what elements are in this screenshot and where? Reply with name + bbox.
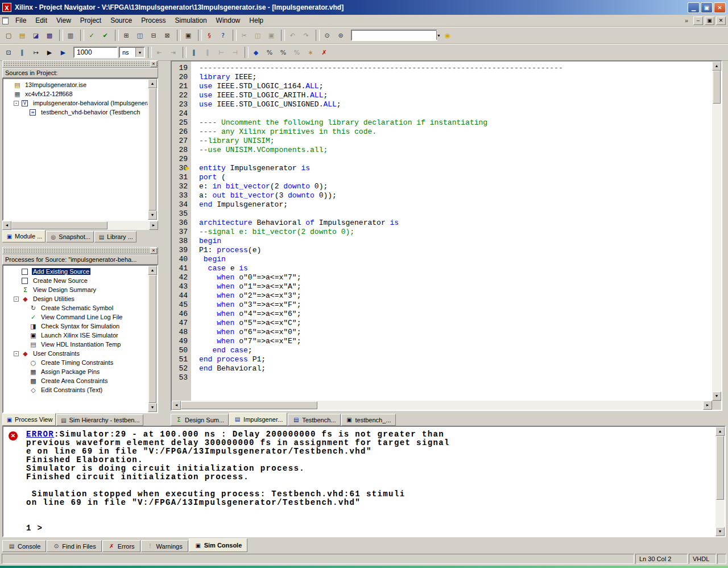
menu-view[interactable]: View <box>52 15 76 26</box>
scroll-thumb[interactable] <box>716 436 724 500</box>
code-text[interactable]: when o"4"=>a<=x"6"; <box>191 310 301 319</box>
code-text[interactable]: when o"7"=>a<=x"E"; <box>191 337 301 346</box>
tab-sim-hierarchy[interactable]: ▤Sim Hierarchy - testben... <box>56 414 143 426</box>
tab-console[interactable]: ▤Console <box>2 540 46 552</box>
close-simulation-button[interactable]: ✗ <box>318 46 332 59</box>
undo-button[interactable]: ↶ <box>287 29 300 42</box>
process-view-hdl-instantiation[interactable]: ▤View HDL Instantiation Temp <box>3 340 148 349</box>
code-text[interactable]: begin <box>191 255 226 264</box>
code-text[interactable]: when o"5"=>a<=x"C"; <box>191 319 301 328</box>
tab-testbench[interactable]: ▤Testbench... <box>288 414 340 426</box>
chevron-down-icon[interactable]: ▼ <box>135 48 144 57</box>
code-text[interactable]: when o"2"=>a<=x"3"; <box>191 291 301 301</box>
code-area[interactable]: 19--------------------------------------… <box>172 61 712 401</box>
scroll-down-button[interactable]: ▼ <box>712 392 721 401</box>
run-for-time-button[interactable]: ▶ <box>57 46 71 59</box>
code-text[interactable]: library IEEE; <box>191 73 257 82</box>
scroll-down-button[interactable]: ▼ <box>148 211 157 220</box>
process-add-existing-source[interactable]: Add Existing Source <box>3 267 148 276</box>
redo-button[interactable]: ↷ <box>300 29 314 42</box>
child-restore-button[interactable]: ▣ <box>705 17 714 25</box>
child-close-button[interactable]: ✕ <box>716 17 726 25</box>
find-in-files-button[interactable]: ⊚ <box>335 29 349 42</box>
pause-simulation-button[interactable]: ∥ <box>16 46 30 59</box>
menu-help[interactable]: Help <box>245 15 268 26</box>
lightbulb-button[interactable]: ◉ <box>442 29 456 42</box>
scroll-track[interactable] <box>181 401 703 410</box>
code-text[interactable]: --use UNISIM.VComponents.all; <box>191 146 328 155</box>
menu-source[interactable]: Source <box>106 15 136 26</box>
code-text[interactable] <box>191 155 199 164</box>
title-bar[interactable]: X Xilinx - Project Navigator - V:\FPGA\1… <box>0 0 728 15</box>
sim-time-input[interactable] <box>73 47 118 58</box>
menu-process[interactable]: Process <box>136 15 170 26</box>
chevron-down-icon[interactable]: ▼ <box>436 31 441 40</box>
document-icon[interactable] <box>2 17 9 24</box>
scroll-track[interactable] <box>148 275 157 403</box>
tree-expander[interactable]: - <box>14 101 19 106</box>
code-text[interactable]: architecture Behavioral of Impulsgenerat… <box>191 219 399 228</box>
code-text[interactable]: case e is <box>191 264 248 273</box>
sources-panel-grip[interactable]: × <box>2 60 158 68</box>
process-user-constraints[interactable]: -◆User Constraints <box>3 349 148 358</box>
project-properties-button[interactable]: ✓ <box>86 29 100 42</box>
zoom-out-percent-button[interactable]: % <box>264 46 278 59</box>
resize-grip[interactable] <box>717 554 726 564</box>
tab-sim-console[interactable]: ▣Sim Console <box>189 538 248 552</box>
console-output[interactable]: ✕ ERROR:Simulator:29 - at 100.000 ns : D… <box>3 427 715 536</box>
scroll-thumb[interactable] <box>11 221 107 229</box>
next-transition-button[interactable]: ⊣ <box>229 46 243 59</box>
code-text[interactable]: use IEEE.STD_LOGIC_UNSIGNED.ALL; <box>191 100 341 109</box>
scroll-up-button[interactable]: ▲ <box>148 79 157 88</box>
sim-time-unit-select[interactable]: ns ▼ <box>119 47 145 58</box>
scroll-track[interactable] <box>148 88 157 211</box>
print-button[interactable]: ▥ <box>65 29 78 42</box>
menu-simulation[interactable]: Simulation <box>171 15 212 26</box>
processes-panel-grip[interactable]: × <box>2 247 158 254</box>
code-text[interactable]: a: out bit_vector(3 downto 0)); <box>191 191 337 200</box>
code-text[interactable]: P1: process(e) <box>191 246 261 255</box>
scroll-left-button[interactable]: ◄ <box>2 221 11 230</box>
editor-window-button[interactable]: ▣ <box>183 29 196 42</box>
source-testbench[interactable]: ≡testbench_vhd-behavior (Testbench <box>3 108 148 117</box>
sources-panel-close-button[interactable]: × <box>150 61 157 67</box>
code-text[interactable] <box>191 109 199 118</box>
pan-hand-button[interactable]: ∗ <box>305 46 318 59</box>
panel-splitter[interactable] <box>158 60 160 426</box>
process-design-utilities[interactable]: -◆Design Utilities <box>3 294 148 303</box>
code-text[interactable]: entity Impulsgenerator is <box>191 164 310 173</box>
source-project-file[interactable]: ▤13Impulsgenerator.ise <box>3 80 148 89</box>
open-file-button[interactable]: ▤ <box>16 29 30 42</box>
tab-impulsgenerator[interactable]: ▤Impulsgener... <box>229 413 287 426</box>
restore-button[interactable]: ▣ <box>701 2 713 13</box>
editor-vscrollbar[interactable]: ▲ ▼ <box>712 61 721 401</box>
save-all-button[interactable]: ▩ <box>44 29 57 42</box>
sources-vscrollbar[interactable]: ▲ ▼ <box>148 79 157 220</box>
code-text[interactable]: end process P1; <box>191 355 266 364</box>
scroll-track[interactable] <box>715 436 725 527</box>
add-marker-button[interactable]: ∥ <box>188 46 202 59</box>
code-text[interactable] <box>191 373 199 382</box>
restart-simulation-button[interactable]: ⊡ <box>3 46 16 59</box>
menu-file[interactable]: File <box>11 15 31 26</box>
scroll-right-button[interactable]: ► <box>149 221 158 230</box>
scroll-track[interactable] <box>712 71 721 392</box>
tab-process-view[interactable]: ▣Process View <box>2 413 56 426</box>
process-edit-constraints-text[interactable]: ◇Edit Constraints (Text) <box>3 385 148 394</box>
scroll-thumb[interactable] <box>713 71 721 104</box>
code-text[interactable]: when o"6"=>a<=x"0"; <box>191 328 301 337</box>
scroll-left-button[interactable]: ◄ <box>172 401 181 410</box>
console-vscrollbar[interactable]: ▲ ▼ <box>715 427 725 536</box>
process-launch-ise-simulator[interactable]: ▣Launch Xilinx ISE Simulator <box>3 331 148 340</box>
goto-previous-event-button[interactable]: ⇤ <box>154 46 167 59</box>
code-text[interactable]: begin <box>191 237 221 246</box>
code-text[interactable]: end case; <box>191 346 253 355</box>
scroll-thumb[interactable] <box>181 401 317 409</box>
code-text[interactable]: ---- Uncomment the following library dec… <box>191 118 487 127</box>
process-assign-package-pins[interactable]: ▦Assign Package Pins <box>3 367 148 376</box>
paste-button[interactable]: ▣ <box>266 29 279 42</box>
zoom-custom-percent-button[interactable]: % <box>291 46 305 59</box>
scroll-down-button[interactable]: ▼ <box>148 403 157 412</box>
code-text[interactable]: use IEEE.STD_LOGIC_ARITH.ALL; <box>191 91 328 100</box>
menu-window[interactable]: Window <box>212 15 245 26</box>
